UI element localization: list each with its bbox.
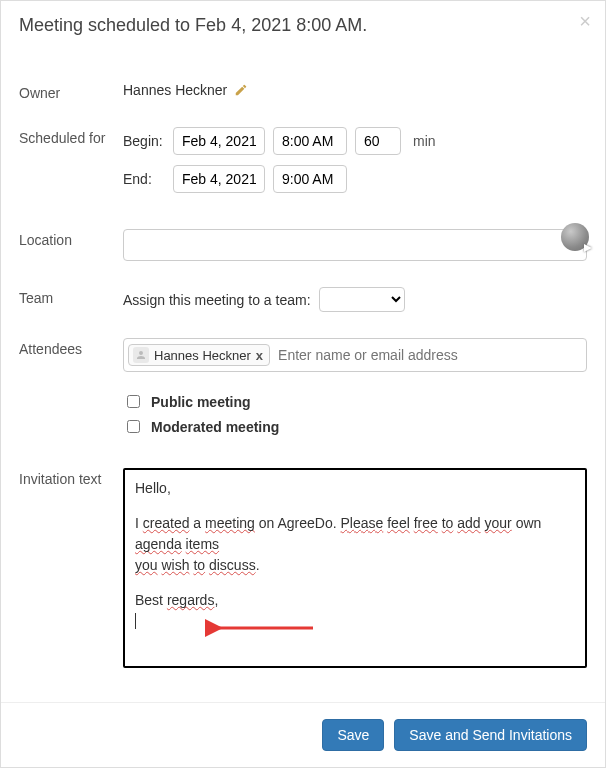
attendee-input[interactable] — [274, 343, 582, 367]
scheduled-label: Scheduled for — [19, 127, 123, 146]
dialog-body: Owner Hannes Heckner Scheduled for Begin… — [1, 56, 605, 702]
attendees-field[interactable]: Hannes Heckner x — [123, 338, 587, 372]
dialog-footer: Save Save and Send Invitations — [1, 702, 605, 767]
attendees-row: Attendees Hannes Heckner x — [19, 338, 587, 372]
location-row: Location — [19, 229, 587, 261]
edit-owner-icon[interactable] — [233, 82, 249, 98]
owner-label: Owner — [19, 82, 123, 101]
attendee-chip-name: Hannes Heckner — [154, 348, 251, 363]
invitation-row: Invitation text Hello, I created a meeti… — [19, 468, 587, 668]
text-caret — [135, 613, 136, 629]
public-meeting-checkbox[interactable] — [127, 395, 140, 408]
remove-attendee-icon[interactable]: x — [256, 348, 263, 363]
public-meeting-option[interactable]: Public meeting — [123, 392, 587, 411]
moderated-meeting-checkbox[interactable] — [127, 420, 140, 433]
close-icon[interactable]: × — [579, 11, 591, 31]
end-label: End: — [123, 171, 165, 187]
dialog-header: Meeting scheduled to Feb 4, 2021 8:00 AM… — [1, 1, 605, 56]
moderated-meeting-option[interactable]: Moderated meeting — [123, 417, 587, 436]
duration-input[interactable] — [355, 127, 401, 155]
begin-date-input[interactable] — [173, 127, 265, 155]
end-date-input[interactable] — [173, 165, 265, 193]
end-time-input[interactable] — [273, 165, 347, 193]
invitation-textarea[interactable]: Hello, I created a meeting on AgreeDo. P… — [123, 468, 587, 668]
meeting-dialog: Meeting scheduled to Feb 4, 2021 8:00 AM… — [0, 0, 606, 768]
save-send-button[interactable]: Save and Send Invitations — [394, 719, 587, 751]
min-label: min — [413, 133, 436, 149]
person-icon — [133, 347, 149, 363]
owner-row: Owner Hannes Heckner — [19, 82, 587, 101]
team-assign-text: Assign this meeting to a team: — [123, 292, 311, 308]
invitation-label: Invitation text — [19, 468, 123, 487]
location-label: Location — [19, 229, 123, 248]
attendees-label: Attendees — [19, 338, 123, 357]
options-row: Public meeting Moderated meeting — [19, 392, 587, 442]
save-button[interactable]: Save — [322, 719, 384, 751]
team-label: Team — [19, 287, 123, 306]
scheduled-row: Scheduled for Begin: min End: — [19, 127, 587, 203]
attendee-chip: Hannes Heckner x — [128, 344, 270, 366]
globe-icon[interactable] — [561, 223, 589, 251]
dialog-title: Meeting scheduled to Feb 4, 2021 8:00 AM… — [19, 15, 367, 35]
moderated-meeting-label: Moderated meeting — [151, 419, 279, 435]
begin-time-input[interactable] — [273, 127, 347, 155]
location-input[interactable] — [123, 229, 587, 261]
team-row: Team Assign this meeting to a team: — [19, 287, 587, 312]
owner-name: Hannes Heckner — [123, 82, 227, 98]
team-select[interactable] — [319, 287, 405, 312]
begin-label: Begin: — [123, 133, 165, 149]
public-meeting-label: Public meeting — [151, 394, 251, 410]
